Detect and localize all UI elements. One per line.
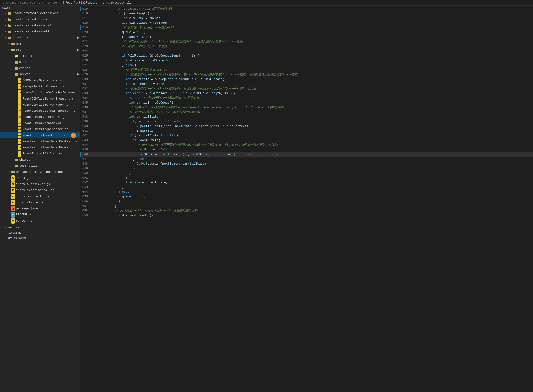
no-chevron-index.js xyxy=(7,176,11,180)
folder-icon-shared xyxy=(14,158,18,162)
sidebar-item-src[interactable]: src xyxy=(0,47,79,53)
line-content: if (queue.length) { xyxy=(92,11,533,16)
line-number: 649 xyxy=(80,166,92,171)
breadcrumb-src[interactable]: src xyxy=(39,1,44,5)
no-chevron-index.experimental.js xyxy=(7,188,11,192)
breadcrumb-sep-2: > xyxy=(36,1,38,5)
line-content: typeof partial === 'function' xyxy=(92,119,533,124)
sidebar-item-npm[interactable]: npm xyxy=(0,41,79,47)
code-line: 631 let dontMutate = true; xyxy=(80,82,533,86)
sidebar-item-ReactDOMFizzServerNode.js[interactable]: JSReactDOMFizzServerNode.js xyxy=(0,102,79,108)
sidebar-item-index.modern.fb.js[interactable]: JSindex.modern.fb.js xyxy=(0,193,79,200)
breadcrumb-filename[interactable]: ReactPartialRenderer.js xyxy=(65,1,104,5)
sidebar-item-index.stable.js[interactable]: JSindex.stable.js xyxy=(0,200,79,206)
line-number: 658 xyxy=(80,208,92,213)
sidebar-item-ReactDOMStringRenderer.js[interactable]: JSReactDOMStringRenderer.js xyxy=(0,126,79,132)
line-number: 641 xyxy=(80,129,92,133)
js-icon-index.js: JS xyxy=(11,176,15,180)
sidebar-item-ReactDOMNodeStreamRenderer.js[interactable]: JSReactDOMNodeStreamRenderer.js xyxy=(0,108,79,114)
code-line: 635 let partial = oldQueue[i]; xyxy=(80,100,533,105)
svg-rect-3 xyxy=(8,18,9,19)
sidebar-item-ReactPartialRendererHooks.js[interactable]: JSReactPartialRendererHooks.js xyxy=(0,145,79,151)
line-number: 644 xyxy=(80,143,92,147)
line-number: 652 xyxy=(80,180,92,185)
line-number: 639 xyxy=(80,119,92,124)
js-icon-index.classic.fb.js: JS xyxy=(11,182,15,186)
breadcrumb-function[interactable]: processChild xyxy=(111,1,131,5)
sidebar-item-react-devtools-inline[interactable]: react-devtools-inline xyxy=(0,16,79,23)
filename-ReactDOMServerBrowser.js: ReactDOMServerBrowser.js xyxy=(23,115,79,120)
chevron-react-devtools-inline xyxy=(4,18,8,21)
breadcrumb-sep-3: > xyxy=(45,1,46,5)
code-line: 617 let oldQueue = queue; xyxy=(80,16,533,21)
file-tree: react-devtools-extensionsreact-devtools-… xyxy=(0,10,79,224)
code-line: 639 typeof partial === 'function' xyxy=(80,119,533,124)
sidebar-item-server[interactable]: server xyxy=(0,71,79,77)
js-icon-server.js: JS xyxy=(11,219,15,223)
sidebar-item-ReactPartialRendererContext.js[interactable]: JSReactPartialRendererContext.js xyxy=(0,139,79,145)
sidebar-item-shared[interactable]: shared xyxy=(0,157,79,163)
sidebar-item-index.js[interactable]: JSindex.js xyxy=(0,175,79,181)
sidebar-item-__tests__[interactable]: 📁__tests__ xyxy=(0,53,79,59)
sidebar-item-ReactDOMServerNode.js[interactable]: JSReactDOMServerNode.js xyxy=(0,120,79,126)
sidebar-item-server.js[interactable]: JSserver.js xyxy=(0,218,79,224)
sidebar-item-DOMMarkupOperations.js[interactable]: JSDOMMarkupOperations.js xyxy=(0,77,79,84)
outline-panel[interactable]: OUTLINE xyxy=(3,225,77,230)
sidebar-item-react-devtools-extensions[interactable]: react-devtools-extensions xyxy=(0,10,79,16)
sidebar-item-ReactPartialRenderer.js[interactable]: JSReactPartialRenderer.js9+M xyxy=(0,132,79,139)
breadcrumb-js-label: JS xyxy=(61,1,64,5)
code-editor[interactable]: 615 // setState中的state更新关键代码616 if (queu… xyxy=(80,6,533,392)
line-number: 621 xyxy=(80,35,92,39)
js-icon-ReactDOMFizzServerBrowser.js: JS xyxy=(17,97,22,101)
sidebar-item-react-devtools-shared[interactable]: react-devtools-shared xyxy=(0,23,79,29)
line-content: let partialState = xyxy=(92,115,533,119)
line-number: 657 xyxy=(80,204,92,208)
breadcrumb-react-dom[interactable]: react-dom xyxy=(20,1,35,5)
sidebar-item-package.json[interactable]: {}package.json xyxy=(0,206,79,212)
sidebar-item-test-utils[interactable]: test-utils xyxy=(0,163,79,169)
npm-scripts-panel[interactable]: NPM SCRIPTS xyxy=(3,235,77,241)
sidebar-item-README.md[interactable]: M↓README.md xyxy=(0,212,79,218)
code-line: 643 if (dontMutate) { xyxy=(80,138,533,143)
sidebar-item-react-devtools-shell[interactable]: react-devtools-shell xyxy=(0,29,79,35)
code-line: 659 child = inst.render(); xyxy=(80,213,533,218)
js-icon-ReactPartialRendererHooks.js: JS xyxy=(17,145,22,150)
line-number: 648 xyxy=(80,162,92,166)
line-number: 637 xyxy=(80,110,92,115)
no-chevron-ReactPartialRenderer.js xyxy=(14,134,17,137)
line-content: // dontMutate是用于开辟一段新的内存来建立一个新的对象，把nextS… xyxy=(92,143,533,147)
sidebar-item-events[interactable]: events xyxy=(0,65,79,71)
line-number: 625 xyxy=(80,54,92,58)
sidebar-item-client[interactable]: client xyxy=(0,59,79,65)
code-line: 650 } xyxy=(80,171,533,176)
timeline-panel[interactable]: TIMELINE xyxy=(3,230,77,235)
no-chevron-ReactPartialRendererHooks.js xyxy=(14,146,17,149)
line-content: inst.state = oldQueue[0]; xyxy=(92,58,533,63)
sidebar-item-index.classic.fb.js[interactable]: JSindex.classic.fb.js xyxy=(0,181,79,187)
svg-rect-19 xyxy=(14,73,16,74)
sidebar-item-escapeTextForBrowser.js[interactable]: JSescapeTextForBrowser.js xyxy=(0,84,79,90)
line-content: nextState = Object.assign({}, nextState,… xyxy=(92,152,533,157)
line-content: // partial当前想要修改或添加的state元素对象 xyxy=(92,96,533,100)
sidebar-item-unstable-native-dependencies[interactable]: unstable-native-dependencies xyxy=(0,169,79,175)
line-content: } xyxy=(92,199,533,204)
sidebar-item-react-dom[interactable]: react-dom xyxy=(0,35,79,41)
breadcrumb-server[interactable]: server xyxy=(47,1,57,5)
code-line: 658 // 执行完成setState后执行组件render方法进行重新渲染 xyxy=(80,208,533,213)
sidebar-item-ReactThreadIDAllocator.js[interactable]: JSReactThreadIDAllocator.js xyxy=(0,151,79,157)
filename-ReactDOMFizzServerNode.js: ReactDOMFizzServerNode.js xyxy=(23,102,79,107)
svg-rect-11 xyxy=(11,43,13,43)
code-line: 652 inst.state = nextState; xyxy=(80,180,533,185)
filename-__tests__: __tests__ xyxy=(19,54,79,59)
sidebar-item-quoteAttributeValueForBrowser.js[interactable]: JSquoteAttributeValueForBrowser.js xyxy=(0,90,79,96)
chevron-react-devtools-shell xyxy=(4,30,8,33)
sidebar-item-index.experimental.js[interactable]: JSindex.experimental.js xyxy=(0,187,79,193)
chevron-react-dom xyxy=(4,36,8,40)
sidebar-item-ReactDOMFizzServerBrowser.js[interactable]: JSReactDOMFizzServerBrowser.js xyxy=(0,96,79,102)
line-number: 627 xyxy=(80,63,92,68)
breadcrumb-packages[interactable]: packages xyxy=(3,1,16,5)
code-line: 647 } else { xyxy=(80,157,533,162)
line-number: 619 xyxy=(80,25,92,30)
js-icon-ReactPartialRenderer.js: JS xyxy=(17,133,22,138)
sidebar-item-ReactDOMServerBrowser.js[interactable]: JSReactDOMServerBrowser.js xyxy=(0,114,79,120)
